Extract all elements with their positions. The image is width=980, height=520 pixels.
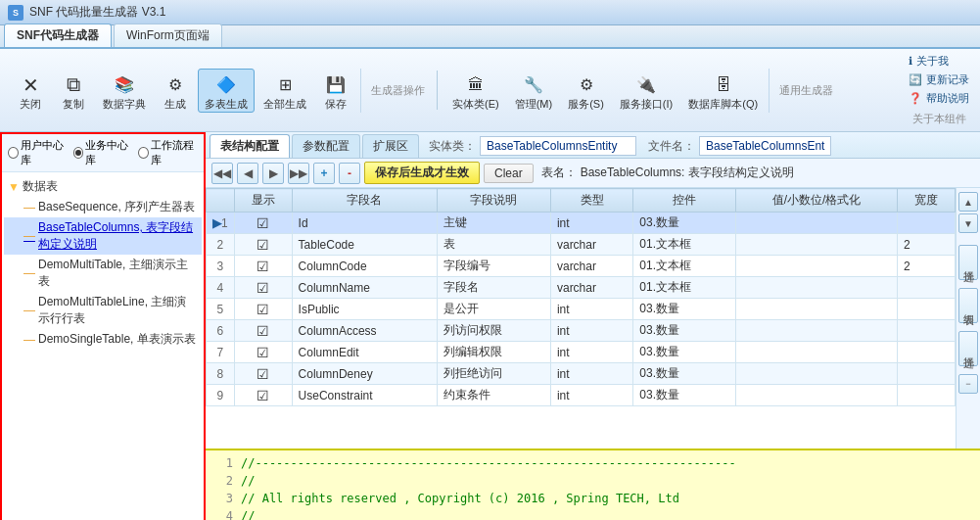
row-width-6[interactable]	[898, 342, 956, 363]
row-fieldname-7[interactable]: ColumnDeney	[292, 363, 437, 385]
clear-button[interactable]: Clear	[484, 164, 534, 183]
row-control-0[interactable]: 03.数量	[633, 213, 736, 234]
tab-snf[interactable]: SNF代码生成器	[4, 24, 112, 47]
row-value-1[interactable]	[735, 234, 897, 256]
row-width-1[interactable]: 2	[898, 234, 956, 256]
row-fieldname-6[interactable]: ColumnEdit	[292, 342, 437, 363]
multi-gen-button[interactable]: 🔷 多表生成	[198, 69, 255, 113]
row-type-7[interactable]: int	[550, 363, 632, 385]
save-toolbar-button[interactable]: 💾 保存	[315, 69, 356, 113]
row-type-8[interactable]: int	[550, 385, 632, 406]
choose-button[interactable]: 选择	[958, 331, 978, 366]
table-row[interactable]: 2 ☑ TableCode 表 varchar 01.文本框 2	[207, 234, 956, 256]
table-row[interactable]: 9 ☑ UseConstraint 约束条件 int 03.数量	[207, 385, 956, 406]
tree-item-4[interactable]: — DemoSingleTable, 单表演示表	[4, 329, 202, 350]
side-down-button[interactable]: ▼	[958, 213, 978, 233]
row-value-0[interactable]	[735, 213, 897, 234]
row-width-8[interactable]	[898, 385, 956, 406]
tree-item-1[interactable]: — BaseTableColumns, 表字段结构定义说明	[4, 217, 202, 255]
row-type-2[interactable]: varchar	[550, 256, 632, 277]
row-fieldname-0[interactable]: Id	[292, 213, 437, 234]
row-width-2[interactable]: 2	[898, 256, 956, 277]
service-button[interactable]: ⚙ 服务(S)	[561, 69, 611, 113]
row-check-0[interactable]: ☑	[234, 213, 292, 234]
row-fielddesc-5[interactable]: 列访问权限	[437, 320, 550, 342]
config-tab-params[interactable]: 参数配置	[292, 134, 360, 158]
row-fieldname-8[interactable]: UseConstraint	[292, 385, 437, 406]
config-tab-extend[interactable]: 扩展区	[362, 134, 419, 158]
nav-prev-button[interactable]: ◀	[237, 163, 258, 184]
row-fieldname-5[interactable]: ColumnAccess	[292, 320, 437, 342]
row-control-4[interactable]: 03.数量	[633, 299, 736, 320]
row-check-8[interactable]: ☑	[234, 385, 292, 406]
tab-winform[interactable]: WinForm页面端	[114, 24, 222, 47]
row-fielddesc-6[interactable]: 列编辑权限	[437, 342, 550, 363]
remove-button[interactable]: －	[958, 374, 978, 394]
row-control-2[interactable]: 01.文本框	[633, 256, 736, 277]
service-interface-button[interactable]: 🔌 服务接口(I)	[613, 69, 679, 113]
row-control-1[interactable]: 01.文本框	[633, 234, 736, 256]
config-tab-structure[interactable]: 表结构配置	[210, 134, 290, 158]
row-width-5[interactable]	[898, 320, 956, 342]
row-value-3[interactable]	[735, 277, 897, 299]
row-fielddesc-2[interactable]: 字段编号	[437, 256, 550, 277]
row-value-2[interactable]	[735, 256, 897, 277]
tree-root[interactable]: ▼ 数据表	[4, 176, 202, 197]
help-button[interactable]: ❓ 帮助说明	[905, 90, 974, 107]
row-value-6[interactable]	[735, 342, 897, 363]
row-width-3[interactable]	[898, 277, 956, 299]
row-fielddesc-8[interactable]: 约束条件	[437, 385, 550, 406]
row-check-2[interactable]: ☑	[234, 256, 292, 277]
tree-item-3[interactable]: — DemoMultiTableLine, 主细演示行行表	[4, 292, 202, 329]
tree-item-2[interactable]: — DemoMultiTable, 主细演示主表	[4, 255, 202, 292]
row-type-1[interactable]: varchar	[550, 234, 632, 256]
all-gen-button[interactable]: ⊞ 全部生成	[257, 69, 313, 113]
row-check-1[interactable]: ☑	[234, 234, 292, 256]
row-check-4[interactable]: ☑	[234, 299, 292, 320]
row-type-3[interactable]: varchar	[550, 277, 632, 299]
row-check-5[interactable]: ☑	[234, 320, 292, 342]
row-control-7[interactable]: 03.数量	[633, 363, 736, 385]
manage-button[interactable]: 🔧 管理(M)	[508, 69, 560, 113]
row-value-7[interactable]	[735, 363, 897, 385]
add-row-button[interactable]: +	[313, 163, 335, 184]
row-fielddesc-1[interactable]: 表	[437, 234, 550, 256]
row-fielddesc-7[interactable]: 列拒绝访问	[437, 363, 550, 385]
table-row[interactable]: 4 ☑ ColumnName 字段名 varchar 01.文本框	[207, 277, 956, 299]
row-check-6[interactable]: ☑	[234, 342, 292, 363]
delete-row-button[interactable]: -	[339, 163, 360, 184]
close-button[interactable]: ✕ 关闭	[10, 69, 51, 113]
row-fielddesc-4[interactable]: 是公开	[437, 299, 550, 320]
row-value-8[interactable]	[735, 385, 897, 406]
row-type-6[interactable]: int	[550, 342, 632, 363]
row-control-5[interactable]: 03.数量	[633, 320, 736, 342]
db-script-button[interactable]: 🗄 数据库脚本(Q)	[681, 69, 765, 113]
save-gen-button[interactable]: 保存后生成才生效	[364, 162, 480, 184]
row-check-7[interactable]: ☑	[234, 363, 292, 385]
copy-button[interactable]: ⧉ 复制	[53, 69, 94, 113]
entity-button[interactable]: 🏛 实体类(E)	[445, 69, 506, 113]
row-fieldname-1[interactable]: TableCode	[292, 234, 437, 256]
nav-last-button[interactable]: ▶▶	[288, 163, 309, 184]
row-fieldname-2[interactable]: ColumnCode	[292, 256, 437, 277]
row-value-4[interactable]	[735, 299, 897, 320]
table-row[interactable]: 6 ☑ ColumnAccess 列访问权限 int 03.数量	[207, 320, 956, 342]
detail-table-button[interactable]: 细表	[958, 288, 978, 323]
generate-button[interactable]: ⚙ 生成	[155, 69, 196, 113]
row-fielddesc-0[interactable]: 主键	[437, 213, 550, 234]
row-width-4[interactable]	[898, 299, 956, 320]
update-button[interactable]: 🔄 更新记录	[905, 71, 974, 88]
row-type-0[interactable]: int	[550, 213, 632, 234]
table-row[interactable]: 8 ☑ ColumnDeney 列拒绝访问 int 03.数量	[207, 363, 956, 385]
tree-item-0[interactable]: — BaseSequence, 序列产生器表	[4, 197, 202, 217]
table-row[interactable]: 5 ☑ IsPublic 是公开 int 03.数量	[207, 299, 956, 320]
row-fieldname-3[interactable]: ColumnName	[292, 277, 437, 299]
radio-workflow[interactable]: 工作流程库	[138, 138, 198, 167]
side-up-button[interactable]: ▲	[958, 192, 978, 212]
row-control-3[interactable]: 01.文本框	[633, 277, 736, 299]
row-type-5[interactable]: int	[550, 320, 632, 342]
table-row[interactable]: 7 ☑ ColumnEdit 列编辑权限 int 03.数量	[207, 342, 956, 363]
table-row[interactable]: 3 ☑ ColumnCode 字段编号 varchar 01.文本框 2	[207, 256, 956, 277]
row-width-0[interactable]	[898, 213, 956, 234]
radio-user-center[interactable]: 用户中心库	[8, 138, 68, 167]
